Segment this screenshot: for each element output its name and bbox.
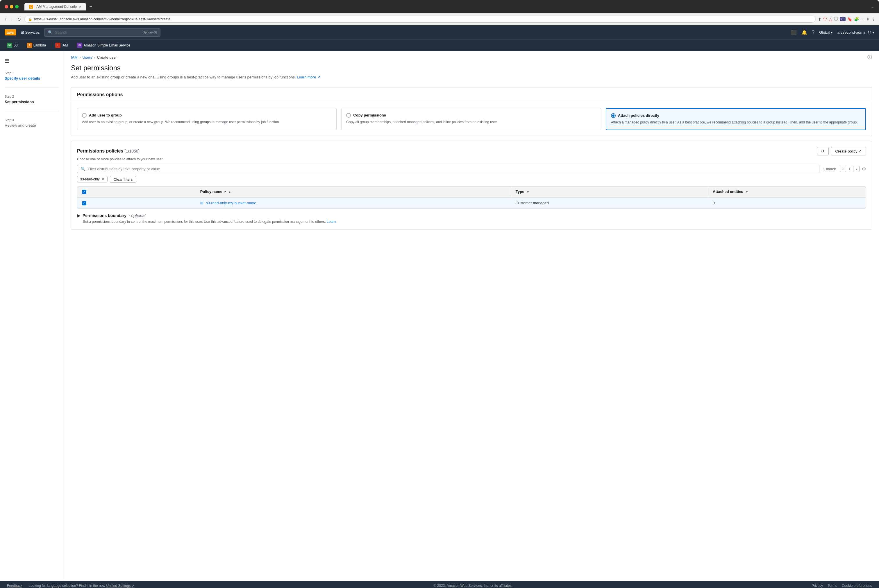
- shortcut-s3[interactable]: S3 S3: [5, 42, 20, 49]
- permissions-options-body: Add user to group Add user to an existin…: [71, 102, 872, 136]
- profile-icon[interactable]: 20: [840, 17, 846, 21]
- privacy-link[interactable]: Privacy: [811, 584, 823, 588]
- policies-header: Permissions policies (1/1050) ↺ Create p…: [77, 147, 866, 155]
- shortcut-iam[interactable]: I IAM: [53, 42, 70, 49]
- pagination-number: 1: [849, 167, 850, 171]
- alert-icon[interactable]: △: [829, 17, 832, 21]
- address-text: https://us-east-1.console.aws.amazon.com…: [34, 17, 812, 21]
- terms-link[interactable]: Terms: [828, 584, 837, 588]
- refresh-icon: ↺: [821, 149, 824, 153]
- row-checkbox[interactable]: ✓: [82, 201, 86, 206]
- share-icon[interactable]: ⬆: [818, 17, 822, 21]
- add-to-group-option[interactable]: Add user to group Add user to an existin…: [77, 108, 337, 130]
- attach-policies-desc: Attach a managed policy directly to a us…: [611, 120, 861, 125]
- table-settings-button[interactable]: ⚙: [862, 166, 866, 172]
- pagination-prev[interactable]: ‹: [840, 166, 846, 172]
- type-header[interactable]: Type ▼: [511, 186, 708, 198]
- refresh-button[interactable]: ↺: [817, 147, 829, 155]
- sidebar-icon[interactable]: ▭: [861, 17, 864, 21]
- shortcut-ses[interactable]: ✉ Amazon Simple Email Service: [75, 42, 132, 49]
- content-area: IAM › Users › Create user ⓘ Set permissi…: [64, 51, 879, 581]
- type-sort-icon[interactable]: ▼: [526, 190, 529, 194]
- bookmark-icon[interactable]: 🔖: [847, 17, 852, 21]
- match-count: 1 match: [823, 167, 836, 171]
- shortcut-ses-label: Amazon Simple Email Service: [83, 43, 130, 47]
- close-dot[interactable]: [5, 5, 8, 8]
- download-icon[interactable]: ⬇: [866, 17, 870, 21]
- services-button[interactable]: ⊞ Services: [21, 30, 40, 34]
- copy-permissions-radio[interactable]: [346, 113, 351, 118]
- cookie-prefs-link[interactable]: Cookie preferences: [842, 584, 872, 588]
- step-1-link[interactable]: Specify user details: [5, 76, 40, 81]
- attached-entities-sort-icon[interactable]: ▼: [745, 190, 748, 194]
- policy-name-external-icon[interactable]: ↗: [223, 190, 226, 194]
- policy-name-sort-icon[interactable]: ▲: [228, 190, 231, 194]
- aws-logo: aws: [5, 29, 16, 36]
- attach-policies-option[interactable]: Attach policies directly Attach a manage…: [606, 108, 866, 130]
- back-button[interactable]: ‹: [3, 16, 7, 22]
- select-all-checkbox[interactable]: ✓: [82, 190, 86, 194]
- permissions-options-card: Permissions options Add user to group Ad…: [71, 87, 872, 136]
- puzzle-icon[interactable]: 🧩: [854, 17, 859, 21]
- shortcut-lambda[interactable]: λ Lambda: [25, 42, 48, 49]
- breadcrumb-iam[interactable]: IAM: [71, 55, 78, 60]
- table-body: ✓ ⊞ s3-read-only-my-bucket-name Customer…: [77, 197, 865, 208]
- menu-icon[interactable]: ⋮: [871, 17, 876, 21]
- permissions-boundary-header[interactable]: ▶ Permissions boundary - optional: [77, 213, 866, 218]
- address-bar[interactable]: 🔒 https://us-east-1.console.aws.amazon.c…: [24, 16, 816, 22]
- bell-icon[interactable]: 🔔: [801, 30, 807, 35]
- copy-permissions-option[interactable]: Copy permissions Copy all group membersh…: [341, 108, 601, 130]
- select-all-checkbox-header[interactable]: ✓: [77, 186, 195, 198]
- forward-button[interactable]: ›: [10, 16, 14, 22]
- policy-name-header[interactable]: Policy name ↗ ▲: [195, 186, 511, 198]
- policy-name-link[interactable]: s3-read-only-my-bucket-name: [206, 201, 256, 205]
- minimize-dot[interactable]: [10, 5, 14, 8]
- filter-input[interactable]: [88, 167, 816, 171]
- policies-description: Choose one or more policies to attach to…: [77, 157, 866, 161]
- row-type-cell: Customer managed: [511, 197, 708, 208]
- shortcut-lambda-label: Lambda: [33, 43, 46, 47]
- extensions-icon[interactable]: 🛡: [823, 17, 827, 21]
- maximize-dot[interactable]: [15, 5, 19, 8]
- browser-tab[interactable]: ⬡ IAM Management Console ✕: [24, 3, 86, 10]
- perm-boundary-learn-more[interactable]: Learn: [327, 220, 336, 224]
- main-container: ☰ Step 1 Specify user details Step 2 Set…: [0, 51, 879, 581]
- attached-entities-header[interactable]: Attached entities ▼: [708, 186, 865, 198]
- attached-entities-label: Attached entities: [713, 189, 743, 194]
- new-tab-button[interactable]: +: [90, 4, 92, 9]
- row-policy-name-cell: ⊞ s3-read-only-my-bucket-name: [195, 197, 511, 208]
- policy-name-label: Policy name: [200, 189, 222, 194]
- create-policy-button[interactable]: Create policy ↗: [831, 147, 866, 155]
- help-icon[interactable]: ⓘ: [834, 16, 838, 22]
- page-description: Add user to an existing group or create …: [71, 74, 872, 80]
- info-icon[interactable]: ⓘ: [867, 54, 872, 60]
- window-controls-icon: ⌄: [871, 4, 874, 9]
- perm-boundary-desc-text: Set a permissions boundary to control th…: [83, 220, 326, 224]
- learn-more-link[interactable]: Learn more ↗: [297, 75, 320, 79]
- reload-button[interactable]: ↻: [16, 16, 22, 22]
- global-selector[interactable]: Global ▾: [819, 30, 833, 34]
- filter-tag-remove[interactable]: ✕: [101, 177, 104, 181]
- lock-icon: 🔒: [28, 17, 32, 21]
- breadcrumb-users[interactable]: Users: [82, 55, 92, 60]
- sidebar-menu-button[interactable]: ☰: [0, 56, 14, 66]
- pagination-next[interactable]: ›: [853, 166, 859, 172]
- add-to-group-radio[interactable]: [82, 113, 87, 118]
- feedback-link[interactable]: Feedback: [7, 584, 23, 588]
- question-icon[interactable]: ?: [812, 30, 814, 35]
- attach-policies-radio[interactable]: [611, 113, 616, 118]
- clear-filters-button[interactable]: Clear filters: [110, 176, 137, 183]
- expand-arrow-icon[interactable]: ▶: [77, 213, 80, 218]
- permissions-boundary-title: Permissions boundary: [83, 213, 126, 218]
- tab-close-button[interactable]: ✕: [79, 5, 81, 8]
- row-checkbox-cell[interactable]: ✓: [77, 197, 195, 208]
- aws-search-input[interactable]: [55, 30, 139, 34]
- table-header: ✓ Policy name ↗ ▲ Type: [77, 186, 865, 198]
- filter-input-wrapper[interactable]: 🔍: [77, 165, 819, 173]
- user-account[interactable]: arcsecond-admin @ ▾: [837, 30, 874, 34]
- terminal-icon[interactable]: ⬛: [791, 30, 797, 35]
- aws-search-bar[interactable]: 🔍 [Option+S]: [44, 28, 161, 37]
- expand-icon[interactable]: ⊞: [200, 201, 203, 205]
- unified-settings-link[interactable]: Unified Settings ↗: [107, 584, 135, 588]
- table-header-row: ✓ Policy name ↗ ▲ Type: [77, 186, 865, 198]
